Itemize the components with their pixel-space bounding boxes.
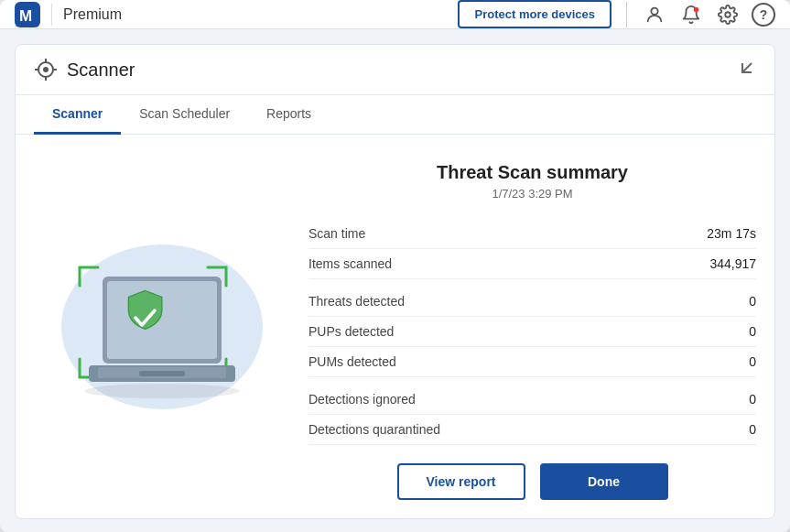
help-icon[interactable]: ? [752, 3, 775, 27]
items-scanned-label: Items scanned [308, 256, 392, 271]
account-icon[interactable] [642, 2, 667, 27]
app-logo: M [15, 2, 40, 27]
threats-detected-label: Threats detected [308, 294, 405, 309]
panel-title: Scanner [67, 60, 135, 81]
items-scanned-value: 344,917 [709, 256, 756, 271]
detections-quarantined-value: 0 [749, 422, 756, 437]
topbar-divider [626, 2, 627, 27]
done-button[interactable]: Done [540, 463, 668, 500]
scan-time-label: Scan time [308, 226, 365, 241]
app-title: Premium [63, 6, 122, 23]
detections-ignored-value: 0 [749, 392, 756, 407]
svg-point-3 [694, 6, 699, 12]
panel-title-row: Scanner [34, 58, 135, 94]
tab-scanner[interactable]: Scanner [34, 95, 121, 135]
laptop-illustration [52, 231, 272, 423]
detections-quarantined-row: Detections quarantined 0 [308, 415, 756, 445]
settings-icon[interactable] [715, 2, 741, 27]
scan-time-value: 23m 17s [707, 226, 756, 241]
tabs: Scanner Scan Scheduler Reports [16, 95, 774, 135]
logo-divider [51, 4, 52, 26]
notifications-icon[interactable] [678, 2, 704, 27]
svg-point-10 [43, 67, 49, 72]
panel-body: Threat Scan summary 1/7/23 3:29 PM Scan … [16, 135, 774, 518]
detections-ignored-row: Detections ignored 0 [308, 385, 756, 415]
scanner-panel: Scanner Scanner Scan Scheduler Reports [15, 44, 775, 519]
panel-header: Scanner [16, 45, 774, 95]
svg-rect-12 [107, 281, 217, 359]
tab-scan-scheduler[interactable]: Scan Scheduler [121, 95, 248, 135]
pups-detected-value: 0 [749, 324, 756, 339]
pups-detected-label: PUPs detected [308, 324, 394, 339]
pums-detected-label: PUMs detected [308, 354, 396, 369]
svg-point-16 [84, 384, 240, 398]
svg-text:M: M [19, 7, 32, 25]
tab-reports[interactable]: Reports [248, 95, 330, 135]
top-bar: M Premium Protect more devices [0, 0, 790, 29]
summary-date: 1/7/23 3:29 PM [308, 187, 756, 201]
pups-detected-row: PUPs detected 0 [308, 317, 756, 347]
collapse-icon[interactable] [738, 59, 756, 94]
main-content: Scanner Scanner Scan Scheduler Reports [0, 29, 790, 532]
threats-detected-value: 0 [749, 294, 756, 309]
app-window: M Premium Protect more devices [0, 0, 790, 532]
scan-time-row: Scan time 23m 17s [308, 219, 756, 249]
view-report-button[interactable]: View report [397, 463, 525, 500]
scanner-icon [34, 58, 58, 81]
scan-summary: Threat Scan summary 1/7/23 3:29 PM Scan … [308, 153, 756, 500]
items-scanned-row: Items scanned 344,917 [308, 249, 756, 279]
detections-ignored-label: Detections ignored [308, 392, 416, 407]
top-icons: ? [642, 2, 775, 27]
pums-detected-value: 0 [749, 354, 756, 369]
summary-title: Threat Scan summary [308, 162, 756, 183]
svg-rect-15 [139, 371, 185, 376]
threats-detected-row: Threats detected 0 [308, 287, 756, 317]
pums-detected-row: PUMs detected 0 [308, 347, 756, 377]
svg-point-4 [725, 12, 730, 17]
svg-point-2 [651, 7, 657, 14]
illustration-area [34, 153, 290, 500]
logo-area: M Premium [15, 2, 122, 27]
protect-devices-button[interactable]: Protect more devices [458, 0, 611, 28]
detections-quarantined-label: Detections quarantined [308, 422, 440, 437]
action-buttons: View report Done [308, 463, 756, 500]
